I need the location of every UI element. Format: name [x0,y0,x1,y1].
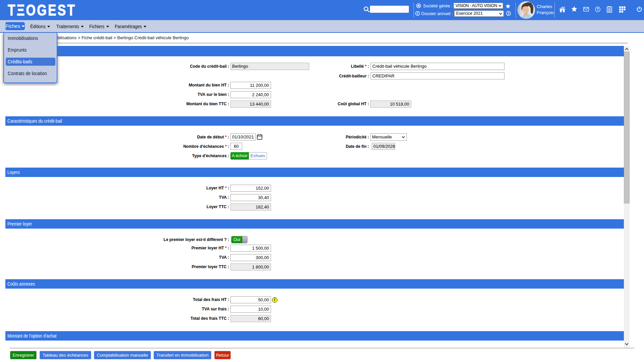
svg-text:?: ? [597,7,599,11]
